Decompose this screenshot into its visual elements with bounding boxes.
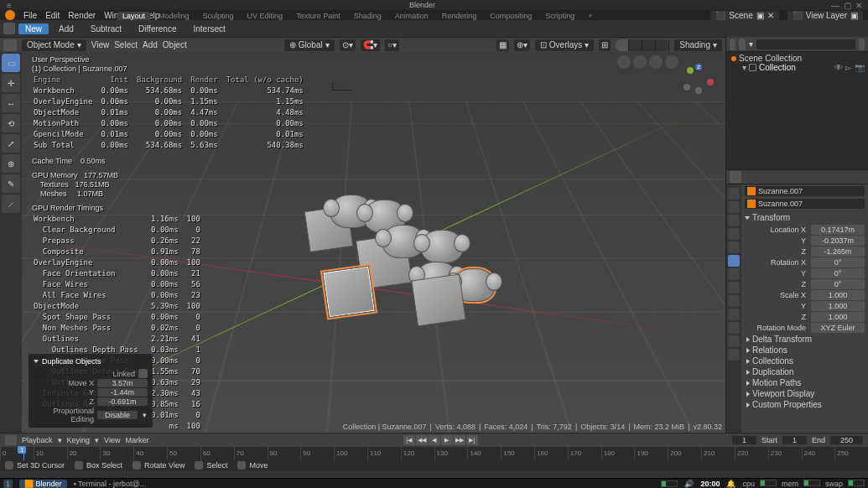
scene-browse-icon[interactable]: ▣ xyxy=(756,11,764,20)
tab-mesh[interactable] xyxy=(728,322,740,334)
orientation-select[interactable]: ⊕Global▾ xyxy=(284,39,335,51)
mesh-suzanne[interactable] xyxy=(421,230,463,263)
vp-menu-add[interactable]: Add xyxy=(143,40,158,49)
taskbar-app-terminal[interactable]: ▪ Terminal - jerbot@... xyxy=(74,480,147,488)
scale-z-field[interactable]: 1.000 xyxy=(811,312,865,322)
editor-type-dropdown-icon[interactable] xyxy=(3,39,17,51)
start-frame-field[interactable]: 1 xyxy=(782,436,807,444)
selectable-icon[interactable]: ▻ xyxy=(845,63,852,72)
tool-measure[interactable]: ⟋ xyxy=(2,195,20,213)
window-maximize-button[interactable]: ▢ xyxy=(841,1,853,10)
app-menu-icon[interactable]: ≡ xyxy=(3,1,15,10)
tool-annotate[interactable]: ✎ xyxy=(2,174,20,193)
tab-uv-editing[interactable]: UV Editing xyxy=(242,12,288,20)
tab-scripting[interactable]: Scripting xyxy=(540,12,580,20)
mode-select[interactable]: Object Mode▾ xyxy=(22,39,86,51)
jump-start-button[interactable]: |◀ xyxy=(403,435,415,445)
move-z-field[interactable]: -0.691m xyxy=(97,397,148,406)
operator-redo-panel[interactable]: Duplicate Objects Linked Move X3.57m Y-1… xyxy=(29,354,153,428)
tl-playback[interactable]: Playback xyxy=(22,436,53,444)
view-object-types-icon[interactable]: ▦ xyxy=(496,39,509,51)
disclosure-triangle-icon[interactable] xyxy=(34,360,39,363)
perspective-toggle-icon[interactable] xyxy=(665,55,678,69)
cpu-monitor-icon[interactable] xyxy=(760,480,777,486)
keyframe-prev-button[interactable]: ◀◀ xyxy=(416,435,428,445)
section-collections[interactable]: Collections xyxy=(745,356,865,366)
section-duplication[interactable]: Duplication xyxy=(745,366,865,377)
viewlayer-browse-icon[interactable]: ▣ xyxy=(850,11,858,20)
tab-particles[interactable] xyxy=(728,282,740,293)
volume-icon[interactable]: 🔊 xyxy=(684,480,694,488)
pivot-select[interactable]: ⊙▾ xyxy=(340,39,356,51)
render-icon[interactable]: 📷 xyxy=(855,63,865,72)
add-button[interactable]: Add xyxy=(52,23,81,34)
tab-output[interactable] xyxy=(728,201,740,213)
zoom-icon[interactable] xyxy=(617,55,631,69)
tl-keying[interactable]: Keying xyxy=(67,436,91,444)
section-relations[interactable]: Relations xyxy=(745,345,865,356)
tab-world[interactable] xyxy=(728,241,740,253)
subtract-button[interactable]: Subtract xyxy=(84,23,128,34)
clock[interactable]: 20:00 xyxy=(700,480,720,488)
rot-z-field[interactable]: 0° xyxy=(811,279,865,289)
properties-editor-icon[interactable] xyxy=(730,171,741,183)
new-button[interactable]: New xyxy=(18,23,49,34)
move-y-field[interactable]: -1.44m xyxy=(97,388,148,397)
outliner-tree[interactable]: Scene Collection ▾Collection 👁 ▻ 📷 xyxy=(726,52,868,169)
section-transform[interactable]: Transform xyxy=(745,211,865,224)
tab-sculpting[interactable]: Sculpting xyxy=(198,12,239,20)
swap-monitor-icon[interactable] xyxy=(848,480,865,486)
tool-rotate[interactable]: ⟲ xyxy=(2,114,20,132)
menu-render[interactable]: Render xyxy=(68,11,96,20)
filter-icon[interactable] xyxy=(859,39,865,50)
section-viewport-display[interactable]: Viewport Display xyxy=(745,388,865,399)
tl-marker[interactable]: Marker xyxy=(125,436,148,444)
eye-icon[interactable]: 👁 xyxy=(834,63,843,72)
tab-shading[interactable]: Shading xyxy=(349,12,387,20)
jump-end-button[interactable]: ▶| xyxy=(466,435,478,445)
prop-edit-select[interactable]: Disable xyxy=(97,411,138,419)
tab-compositing[interactable]: Compositing xyxy=(485,12,537,20)
overlays-dropdown[interactable]: ⊡Overlays▾ xyxy=(535,39,594,51)
tool-scale[interactable]: ⤢ xyxy=(2,134,20,153)
camera-widget[interactable] xyxy=(332,70,352,91)
section-delta-transform[interactable]: Delta Transform xyxy=(745,334,865,345)
vp-menu-view[interactable]: View xyxy=(91,40,110,49)
mesh-cube[interactable] xyxy=(411,273,466,326)
add-workspace-button[interactable]: + xyxy=(583,12,597,20)
tab-viewlayer[interactable] xyxy=(728,215,740,226)
outliner-search-input[interactable] xyxy=(756,39,855,49)
scene-close-icon[interactable]: ✕ xyxy=(767,11,774,20)
tab-material[interactable] xyxy=(728,335,740,347)
move-view-icon[interactable] xyxy=(633,55,647,69)
end-frame-field[interactable]: 250 xyxy=(830,436,863,444)
chevron-down-icon[interactable]: ▾ xyxy=(749,39,753,49)
keyframe-next-button[interactable]: ▶▶ xyxy=(454,435,465,445)
tab-texture[interactable] xyxy=(728,349,740,361)
editor-type-icon[interactable] xyxy=(3,23,15,34)
loc-y-field[interactable]: -0.2037m xyxy=(811,236,865,246)
play-button[interactable]: ▶ xyxy=(441,435,453,445)
rotation-mode-select[interactable]: XYZ Euler xyxy=(811,323,865,333)
rot-y-field[interactable]: 0° xyxy=(811,268,865,278)
checkbox-icon[interactable] xyxy=(749,64,756,71)
vp-menu-select[interactable]: Select xyxy=(114,40,138,49)
tab-animation[interactable]: Animation xyxy=(390,12,434,20)
tab-modifiers[interactable] xyxy=(728,268,740,280)
section-custom-properties[interactable]: Custom Properties xyxy=(745,399,865,410)
scale-x-field[interactable]: 1.000 xyxy=(811,290,865,300)
shading-mode-pills[interactable] xyxy=(616,39,669,51)
viewlayer-selector[interactable]: ⬛ View Layer ▣ xyxy=(787,11,863,20)
tab-texture-paint[interactable]: Texture Paint xyxy=(291,12,346,20)
net-monitor-icon[interactable] xyxy=(661,480,678,487)
scene-selector[interactable]: ⬛ Scene ▣ ✕ xyxy=(710,11,778,20)
current-frame-field[interactable]: 1 xyxy=(732,436,756,444)
timeline-editor[interactable]: Playback▾ Keying▾ View Marker |◀ ◀◀ ◀ ▶ … xyxy=(0,433,868,478)
orientation-gizmo[interactable]: Z xyxy=(683,64,714,94)
playhead[interactable]: 1 xyxy=(23,447,24,460)
blender-logo-icon[interactable] xyxy=(5,10,15,20)
menu-file[interactable]: File xyxy=(23,11,37,20)
scale-y-field[interactable]: 1.000 xyxy=(811,301,865,311)
tab-physics[interactable] xyxy=(728,295,740,307)
tab-rendering[interactable]: Rendering xyxy=(437,12,482,20)
